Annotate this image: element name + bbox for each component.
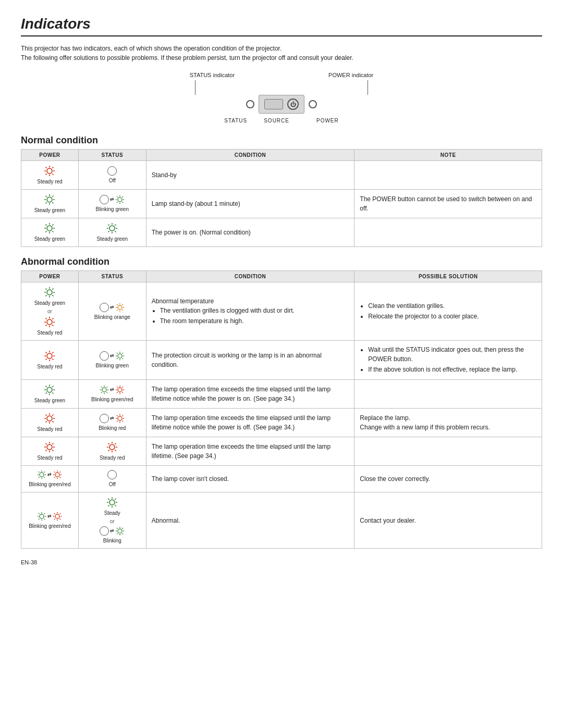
condition-cell: Lamp stand-by (about 1 minute) bbox=[146, 190, 354, 218]
status-cell: Off bbox=[78, 466, 146, 492]
status-label: Blinking red bbox=[99, 425, 126, 431]
status-cell: Steady red bbox=[78, 437, 146, 466]
power-label: Blinking green/red bbox=[29, 481, 71, 488]
steady-red-icon bbox=[44, 413, 55, 424]
steady-green-icon bbox=[44, 287, 55, 298]
power-indicator: Steady green bbox=[27, 194, 73, 214]
condition-cell: Stand-by bbox=[146, 161, 354, 190]
power-cell: Steady red bbox=[21, 341, 79, 380]
label-power: POWER bbox=[316, 118, 339, 124]
off-circle-icon bbox=[107, 470, 117, 479]
table-row: ⇄ Blinking green/red Steady or ⇄ bbox=[21, 492, 542, 549]
normal-condition-table: Power Status Condition Note Steady red O… bbox=[21, 149, 542, 247]
status-label: Steady green bbox=[97, 236, 128, 242]
blink-circle-icon bbox=[100, 526, 109, 536]
condition-list: The ventilation grilles is clogged with … bbox=[152, 306, 349, 326]
solution-cell: Close the cover correctly. bbox=[354, 466, 542, 492]
solution-cell: Contact your dealer. bbox=[354, 492, 542, 549]
power-label: Steady red bbox=[37, 454, 62, 461]
solution-cell: Clean the ventilation grilles. Relocate … bbox=[354, 282, 542, 341]
power-label: Steady green bbox=[34, 236, 66, 242]
table-row: Steady red Steady red The lamp operation… bbox=[21, 437, 542, 466]
steady-green-icon bbox=[44, 194, 55, 205]
list-item: Clean the ventilation grilles. bbox=[368, 301, 536, 311]
status-label: Blinking bbox=[103, 537, 121, 544]
status-label: Blinking orange bbox=[94, 314, 130, 320]
blink-green-indicator: ⇄ bbox=[100, 195, 125, 204]
blink-sun-red-icon bbox=[53, 470, 62, 479]
note-cell bbox=[354, 161, 542, 190]
condition-cell: The power is on. (Normal condition) bbox=[146, 218, 354, 247]
blink-orange-indicator: ⇄ bbox=[100, 303, 125, 312]
status-label: Blinking green bbox=[96, 206, 129, 213]
blink-sun-icon bbox=[115, 526, 125, 536]
table-row: ⇄ Blinking green/red Off The lamp cover … bbox=[21, 466, 542, 492]
table-row: Steady green ⇄ Blinking green/red The la… bbox=[21, 380, 542, 409]
power-cell: Steady green bbox=[21, 218, 79, 247]
note-cell: The POWER button cannot be used to switc… bbox=[354, 190, 542, 218]
table-row: Steady green ⇄ Blinking green Lamp stand… bbox=[21, 190, 542, 218]
page-number: EN-38 bbox=[21, 559, 542, 565]
power-cell: ⇄ Blinking green/red bbox=[21, 492, 79, 549]
steady-red-icon bbox=[44, 316, 55, 328]
power-indicator: Steady red bbox=[27, 350, 73, 370]
list-item: The room temperature is high. bbox=[160, 316, 349, 326]
diagram-labels-bottom: STATUS SOURCE POWER bbox=[224, 118, 339, 124]
list-item: Relocate the projector to a cooler place… bbox=[368, 312, 536, 321]
th-note-normal: Note bbox=[354, 150, 542, 161]
power-indicator: ⇄ Blinking green/red bbox=[27, 470, 73, 488]
arrow-icon: ⇄ bbox=[110, 353, 114, 359]
th-power-abnormal: Power bbox=[21, 271, 79, 282]
steady-red-icon bbox=[44, 441, 55, 453]
blink-circle-icon bbox=[100, 414, 109, 423]
arrow-icon: ⇄ bbox=[47, 513, 52, 520]
arrow-icon: ⇄ bbox=[110, 196, 114, 203]
blink-sun-green-icon bbox=[37, 470, 46, 479]
arrow-icon: ⇄ bbox=[110, 304, 114, 311]
note-cell bbox=[354, 218, 542, 247]
th-condition-abnormal: Condition bbox=[146, 271, 354, 282]
status-label: Off bbox=[109, 481, 116, 488]
power-cell: Steady red bbox=[21, 437, 79, 466]
list-item: Wait until the STATUS indicator goes out… bbox=[368, 345, 536, 364]
blink-green-indicator: ⇄ bbox=[100, 351, 125, 361]
table-row: Steady red ⇄ Blinking green The protecti… bbox=[21, 341, 542, 380]
power-indicator-circle bbox=[309, 100, 317, 108]
table-row: Steady red Off Stand-by bbox=[21, 161, 542, 190]
status-label: Blinking green bbox=[96, 362, 129, 369]
power-indicator-label: POWER indicator bbox=[328, 72, 373, 78]
power-cell: Steady green bbox=[21, 380, 79, 409]
power-cell: ⇄ Blinking green/red bbox=[21, 466, 79, 492]
status-label: Off bbox=[109, 177, 116, 184]
status-label: Blinking green/red bbox=[91, 396, 133, 403]
status-cell: ⇄ Blinking green/red bbox=[78, 380, 146, 409]
status-indicator: ⇄ Blinking green bbox=[84, 351, 141, 369]
arrow-icon: ⇄ bbox=[110, 387, 114, 393]
status-indicator: Off bbox=[84, 470, 141, 488]
power-indicator: Steady red bbox=[27, 165, 73, 185]
blink-sun-green-icon bbox=[115, 195, 125, 204]
steady-sun-icon bbox=[106, 497, 118, 508]
arrow-icon: ⇄ bbox=[110, 415, 114, 422]
condition-cell: The lamp operation time exceeds the time… bbox=[146, 409, 354, 437]
label-status: STATUS bbox=[224, 118, 247, 124]
th-power-normal: Power bbox=[21, 150, 79, 161]
power-label: Steady red bbox=[37, 363, 62, 370]
panel-button-source bbox=[264, 99, 283, 109]
condition-cell: Abnormal temperature The ventilation gri… bbox=[146, 282, 354, 341]
status-indicator: ⇄ Blinking green bbox=[84, 195, 141, 213]
list-item: If the above solution is not effective, … bbox=[368, 365, 536, 374]
steady-green-icon bbox=[44, 223, 55, 234]
status-label: Steady red bbox=[100, 454, 125, 461]
normal-condition-heading: Normal condition bbox=[21, 135, 542, 146]
status-indicator-label: STATUS indicator bbox=[190, 72, 235, 78]
or-text: or bbox=[47, 308, 52, 315]
panel-power-button: ⏻ bbox=[287, 98, 299, 110]
blink-green-red-indicator: ⇄ bbox=[100, 385, 125, 394]
solution-list: Clean the ventilation grilles. Relocate … bbox=[360, 301, 536, 321]
solution-text: Replace the lamp.Change with a new lamp … bbox=[360, 414, 489, 431]
blink-green-red-power-indicator2: ⇄ bbox=[37, 512, 62, 521]
steady-red-icon bbox=[44, 165, 55, 177]
blink-indicator: ⇄ bbox=[100, 526, 125, 536]
power-label: Steady red bbox=[37, 426, 62, 433]
